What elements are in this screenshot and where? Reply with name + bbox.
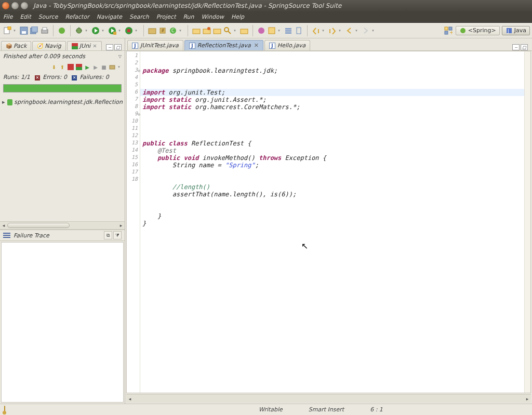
close-icon[interactable]: ✕ [92,43,97,49]
nav2-icon[interactable] [328,26,337,35]
menu-window[interactable]: Window [202,14,224,20]
new-type-icon[interactable]: # [158,26,167,35]
new-icon[interactable] [3,26,11,35]
spring-icon[interactable] [58,26,66,35]
toggle-breadcrumb-icon[interactable] [284,26,292,35]
minimize-view-icon[interactable]: ─ [106,44,113,50]
history-dropdown[interactable]: ▾ [117,63,121,71]
perspective-java[interactable]: J Java [502,26,530,35]
rerun-fail-icon[interactable]: ▶ [92,63,99,71]
line-gutter[interactable]: 1 2 3⊖ 4 5 6 7 8 9⊖ 10 11 12 13 14 15 16… [127,51,140,393]
run-last-icon[interactable] [108,26,116,35]
menu-run[interactable]: Run [183,14,194,20]
failure-trace-body[interactable] [1,242,124,403]
code-token: } [142,212,161,220]
print-icon[interactable] [41,26,49,35]
task-focus-icon[interactable] [257,26,265,35]
next-fail-icon[interactable]: ⬇ [50,63,58,71]
nav1-icon[interactable] [312,26,320,35]
junit-menu-arrow-icon[interactable]: ▽ [118,54,122,59]
run-last-dropdown[interactable]: ▾ [117,26,122,35]
fail-only-icon[interactable] [67,63,74,71]
scroll-lock-icon[interactable] [75,63,83,71]
search-icon[interactable] [223,26,232,35]
open-type-icon[interactable] [192,26,201,35]
folder-icon[interactable] [213,26,221,35]
menu-refactor[interactable]: Refactor [65,14,89,20]
new-dropdown[interactable]: ▾ [12,26,17,35]
tree-item[interactable]: ▸ springbook.learningtest.jdk.Reflection [2,99,123,105]
tree-hscrollbar[interactable]: ◂ ▸ [0,221,125,230]
svg-rect-1 [8,26,11,30]
junit-tree[interactable]: ▸ springbook.learningtest.jdk.Reflection [0,97,125,221]
menu-file[interactable]: File [3,14,12,20]
editor-tab-reflectiontest[interactable]: J ReflectionTest.java ✕ [184,40,263,50]
scroll-right-icon[interactable]: ▸ [524,396,531,401]
forward-icon[interactable] [362,26,370,35]
run-dropdown[interactable]: ▾ [101,26,105,35]
code-content[interactable]: package springbook.learningtest.jdk; imp… [140,51,524,393]
fwd-dd[interactable]: ▾ [371,26,375,35]
fold-icon[interactable]: ⊖ [136,69,140,73]
new-class-icon[interactable]: C [169,26,177,35]
annot-dropdown[interactable]: ▾ [277,26,281,35]
tab-navigator[interactable]: 🧭 Navig [32,41,66,50]
maximize-editor-icon[interactable]: □ [521,44,528,50]
open-task-icon[interactable] [203,26,211,35]
menu-help[interactable]: Help [231,14,244,20]
editor-tab-hello[interactable]: J Hello.java [264,40,310,50]
code-editor[interactable]: 1 2 3⊖ 4 5 6 7 8 9⊖ 10 11 12 13 14 15 16… [126,51,531,393]
nav1-dd[interactable]: ▾ [321,26,325,35]
tab-close-icon[interactable]: ✕ [254,42,259,49]
class-dropdown[interactable]: ▾ [178,26,182,35]
overview-ruler[interactable] [524,51,530,393]
debug-dropdown[interactable]: ▾ [84,26,88,35]
scroll-left-icon[interactable]: ◂ [126,396,134,401]
window-close-button[interactable] [2,2,9,9]
window-titlebar: Java - TobySpringBook/src/springbook/lea… [0,0,532,11]
external-tools-icon[interactable] [125,26,133,35]
tree-item-label: springbook.learningtest.jdk.Reflection [14,99,123,105]
ext-tools-dropdown[interactable]: ▾ [134,26,138,35]
expand-icon[interactable]: ▸ [2,99,7,105]
window-minimize-button[interactable] [11,2,19,9]
folder2-icon[interactable] [240,26,248,35]
editor-hscrollbar[interactable]: ◂ ▸ [126,394,531,403]
toggle-mark-icon[interactable] [295,26,303,35]
scroll-right-icon[interactable]: ▸ [117,223,125,228]
menu-search[interactable]: Search [129,14,149,20]
back-icon[interactable] [345,26,353,35]
tab-package-explorer[interactable]: 📦 Pack [1,41,31,50]
save-all-icon[interactable] [30,26,38,35]
perspective-spring[interactable]: <Spring> [456,26,500,35]
rerun-icon[interactable]: ▶ [84,63,91,71]
prev-fail-icon[interactable]: ⬆ [59,63,66,71]
filter-icon[interactable]: ⧩ [113,231,122,239]
tip-icon[interactable] [4,406,5,413]
save-icon[interactable] [20,26,28,35]
nav2-dd[interactable]: ▾ [338,26,342,35]
scroll-left-icon[interactable]: ◂ [0,223,7,228]
window-maximize-button[interactable] [21,2,28,9]
menu-project[interactable]: Project [156,14,176,20]
maximize-view-icon[interactable]: □ [114,44,122,50]
compare-icon[interactable]: ⧉ [104,231,112,239]
search-dropdown[interactable]: ▾ [233,26,237,35]
debug-icon[interactable] [75,26,83,35]
editor-tab-junittest[interactable]: J JUnitTest.java [127,40,183,50]
menu-source[interactable]: Source [38,14,58,20]
fold-icon[interactable]: ⊖ [136,112,140,116]
menu-edit[interactable]: Edit [20,14,31,20]
annotation-icon[interactable] [268,26,276,35]
history-icon[interactable] [109,63,116,71]
run-icon[interactable] [91,26,100,35]
scroll-thumb[interactable] [7,223,70,228]
stop-icon[interactable]: ■ [100,63,108,71]
back-dd[interactable]: ▾ [354,26,358,35]
svg-rect-37 [297,28,301,34]
minimize-editor-icon[interactable]: ─ [512,44,520,50]
new-package-icon[interactable] [148,26,156,35]
menu-navigate[interactable]: Navigate [97,14,122,20]
tab-junit[interactable]: JUni ✕ [67,41,102,50]
open-perspective-icon[interactable]: + [444,26,453,35]
